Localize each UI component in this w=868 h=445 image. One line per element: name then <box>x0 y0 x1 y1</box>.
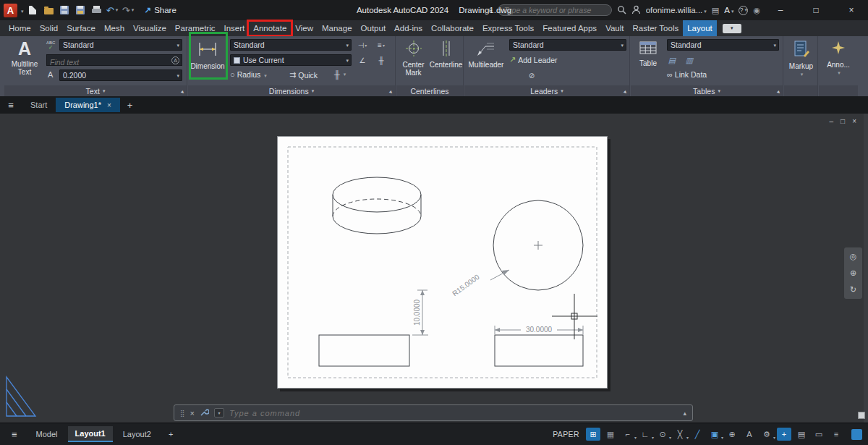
tab-annotate[interactable]: Annotate <box>249 20 291 36</box>
close-button[interactable]: × <box>836 0 867 20</box>
dim-break-icon[interactable]: ⊣ <box>354 39 370 51</box>
radius-dimension[interactable]: R15.0000 <box>451 270 509 297</box>
performance-monitor-icon[interactable]: ▭ <box>812 428 826 441</box>
snap-tracking-icon[interactable]: ⊕ <box>725 428 739 441</box>
doc-restore-icon[interactable]: □ <box>841 117 845 125</box>
hardware-graphics-icon[interactable]: ▤ <box>794 428 809 441</box>
user-icon[interactable] <box>631 5 641 16</box>
align-leader-icon[interactable] <box>506 69 522 81</box>
tab-visualize[interactable]: Visualize <box>129 20 171 36</box>
right-rectangle-object[interactable] <box>495 335 583 366</box>
center-mark-button[interactable]: Center Mark <box>398 38 429 83</box>
undo-icon[interactable]: ↶ <box>106 4 119 17</box>
dim-layer-dropdown[interactable]: Use Current <box>230 54 352 66</box>
mleader-style-dropdown[interactable]: Standard <box>509 39 626 51</box>
link-data-button[interactable]: ∞ Link Data <box>667 70 707 79</box>
maximize-button[interactable]: □ <box>801 0 831 20</box>
paper-space-label[interactable]: PAPER <box>553 430 579 438</box>
table-button[interactable]: Table <box>633 38 663 83</box>
new-file-icon[interactable] <box>26 4 40 17</box>
tab-parametric[interactable]: Parametric <box>171 20 220 36</box>
spell-check-icon[interactable]: ABC✓ <box>46 41 55 50</box>
navigation-bar[interactable]: ◎ ⊕ ↻ <box>844 247 862 299</box>
dimensions-dialog-launcher-icon[interactable] <box>390 87 393 96</box>
extract-data-icon[interactable]: ▤ <box>664 54 680 66</box>
leaders-panel-footer[interactable]: Leaders <box>464 85 629 96</box>
find-text-field[interactable]: A <box>46 54 182 66</box>
tab-featured-apps[interactable]: Featured Apps <box>538 20 601 36</box>
save-as-icon[interactable] <box>74 4 88 17</box>
add-leader-button[interactable]: ↗ Add Leader <box>509 55 558 64</box>
height-dimension[interactable]: 10.0000 <box>412 290 428 335</box>
tables-panel-footer[interactable]: Tables <box>631 85 783 96</box>
cylinder-object[interactable] <box>333 177 421 234</box>
search-icon[interactable] <box>617 5 626 16</box>
tab-collaborate[interactable]: Collaborate <box>427 20 478 36</box>
object-snap-icon[interactable]: ▣ <box>707 428 722 441</box>
tables-dialog-launcher-icon[interactable] <box>778 87 780 96</box>
annotation-scale-icon[interactable]: A <box>742 428 757 441</box>
doc-close-icon[interactable]: × <box>852 117 856 125</box>
save-icon[interactable] <box>58 4 72 17</box>
redo-icon[interactable]: ↷ <box>122 4 135 17</box>
width-dimension[interactable]: 30.0000 <box>495 326 583 334</box>
notification-icon[interactable]: ◉ <box>753 6 760 15</box>
tab-home[interactable]: Home <box>4 20 35 36</box>
snap-icon[interactable]: ⌐ <box>621 428 635 441</box>
table-style-dropdown[interactable]: Standard <box>667 39 779 51</box>
dimensions-panel-footer[interactable]: Dimensions <box>188 85 395 96</box>
find-text-icon[interactable]: A <box>171 56 179 64</box>
command-expand-icon[interactable]: ▴ <box>683 410 686 417</box>
dim-update-icon[interactable]: ∠ <box>354 54 370 66</box>
layout-paper[interactable]: R15.0000 10.0000 <box>277 136 608 389</box>
workspace-gear-icon[interactable]: ⚙ <box>760 428 774 441</box>
multileader-button[interactable]: Multileader <box>466 38 506 83</box>
new-drawing-icon[interactable]: + <box>127 100 133 111</box>
centerlines-panel-footer[interactable]: Centerlines <box>396 85 463 96</box>
command-close-icon[interactable]: × <box>190 409 195 418</box>
radius-dimension-button[interactable]: ○ Radius <box>230 70 267 79</box>
doc-minimize-icon[interactable]: – <box>830 117 834 125</box>
close-drawing-icon[interactable]: × <box>107 101 111 109</box>
command-grip-icon[interactable]: ⣿ <box>180 410 185 417</box>
tab-insert[interactable]: Insert <box>219 20 249 36</box>
tab-output[interactable]: Output <box>357 20 391 36</box>
layout2-tab[interactable]: Layout2 <box>116 427 158 441</box>
circle-object[interactable] <box>493 200 583 290</box>
help-icon[interactable]: ? <box>739 6 748 15</box>
user-name[interactable]: ofonime.willia... <box>646 6 707 14</box>
tab-addins[interactable]: Add-ins <box>390 20 427 36</box>
lineweight-icon[interactable]: ╱ <box>690 428 705 441</box>
polar-tracking-icon[interactable]: ⊙ <box>655 428 670 441</box>
tab-surface[interactable]: Surface <box>62 20 100 36</box>
tab-express-tools[interactable]: Express Tools <box>478 20 538 36</box>
navigation-wheel-icon[interactable]: ◎ <box>850 252 857 261</box>
tab-vault[interactable]: Vault <box>601 20 628 36</box>
text-dialog-launcher-icon[interactable] <box>182 87 184 96</box>
quick-dimension-button[interactable]: ⇉ Quick <box>289 70 318 80</box>
left-rectangle-object[interactable] <box>319 335 409 366</box>
open-folder-icon[interactable] <box>42 4 56 17</box>
dim-spacing-icon[interactable]: ≡ <box>373 39 389 51</box>
text-style-dropdown[interactable]: Standard <box>59 39 182 51</box>
share-button[interactable]: ↗ Share <box>145 5 176 15</box>
text-panel-footer[interactable]: Text <box>4 85 187 96</box>
orbit-icon[interactable]: ↻ <box>850 285 856 294</box>
isolate-objects-icon[interactable]: + <box>777 428 791 441</box>
leaders-dialog-launcher-icon[interactable] <box>624 87 627 96</box>
tab-raster-tools[interactable]: Raster Tools <box>628 20 683 36</box>
app-logo[interactable]: A <box>4 4 17 17</box>
drawing-area[interactable]: – □ × <box>0 114 868 423</box>
command-customize-icon[interactable] <box>200 407 209 420</box>
annotation-panel-footer[interactable] <box>819 85 858 96</box>
centerline-button[interactable]: Centerline <box>430 38 461 83</box>
ribbon-options-icon[interactable]: ▾ <box>723 24 741 33</box>
tab-view[interactable]: View <box>291 20 318 36</box>
tab-start[interactable]: Start <box>22 98 56 112</box>
find-text-input[interactable] <box>47 57 182 67</box>
minimize-button[interactable]: – <box>765 0 796 20</box>
pan-icon[interactable]: ⊕ <box>850 268 856 278</box>
clean-screen-icon[interactable] <box>851 429 862 440</box>
autodesk-access-icon[interactable]: A <box>724 6 733 14</box>
paper-model-toggle-icon[interactable]: ⊞ <box>586 428 600 441</box>
